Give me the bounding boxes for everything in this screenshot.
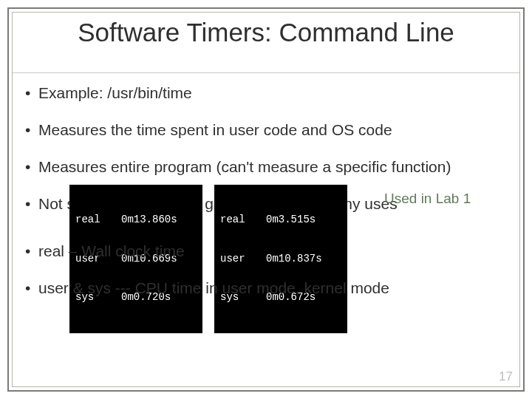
- term2-real-value: 0m3.515s: [266, 214, 316, 227]
- term1-real-label: real: [75, 214, 121, 227]
- bullet-entire-program: Measures entire program (can't measure a…: [25, 158, 510, 176]
- lower-bullets: real – Wall clock time user & sys --- CP…: [25, 242, 510, 316]
- slide: Software Timers: Command Line Example: /…: [0, 0, 532, 399]
- bullet-user-sys: user & sys --- CPU time in user mode, ke…: [25, 279, 510, 297]
- title-divider: [13, 72, 519, 73]
- term2-real-label: real: [220, 214, 266, 227]
- slide-title: Software Timers: Command Line: [0, 18, 532, 47]
- term1-real-value: 0m13.860s: [121, 214, 177, 227]
- bullet-example: Example: /usr/bin/time: [25, 84, 510, 102]
- lab-note: Used in Lab 1: [384, 191, 488, 208]
- page-number: 17: [499, 369, 513, 384]
- bullet-real: real – Wall clock time: [25, 242, 510, 260]
- bullet-measures-code: Measures the time spent in user code and…: [25, 121, 510, 139]
